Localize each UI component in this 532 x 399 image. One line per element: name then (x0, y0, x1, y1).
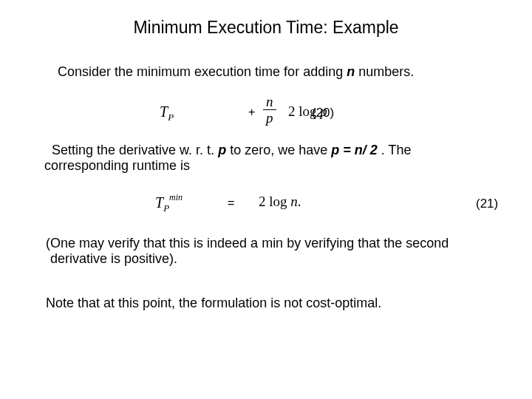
equation-20: TP + n p 2 log p (20) (148, 95, 384, 130)
var-n: n (347, 64, 355, 79)
sym-T: T (155, 194, 163, 211)
paragraph-4: Note that at this point, the formulation… (46, 296, 502, 311)
text: . The (378, 143, 412, 157)
plus-icon: + (248, 106, 255, 119)
frac-den: p (263, 110, 276, 125)
var-p: p (218, 143, 226, 157)
expr-p-eq-n2: p = n/ 2 (331, 143, 378, 157)
text: Consider the minimum execution time for … (58, 64, 347, 79)
var-n: n (290, 194, 298, 209)
paragraph-2-line1: Setting the derivative w. r. t. p to zer… (52, 142, 495, 159)
coef-2: 2 (288, 103, 299, 119)
period: . (298, 194, 301, 209)
eq20-ref: (20) (312, 106, 334, 120)
text: numbers. (355, 64, 414, 79)
paragraph-3-line2: derivative is positive). (50, 251, 177, 267)
eq21-rhs: 2 log n. (259, 194, 301, 210)
eq21-ref: (21) (476, 197, 498, 211)
coef-2: 2 (259, 194, 269, 209)
sym-min: min (169, 192, 183, 202)
eq20-fraction: n p (263, 95, 276, 125)
eq20-lhs: TP (160, 103, 174, 123)
eq21-lhs: TPmin (155, 194, 183, 214)
sym-P: P (163, 202, 169, 214)
paragraph-1: Consider the minimum execution time for … (58, 64, 502, 80)
slide: Minimum Execution Time: Example Consider… (0, 0, 532, 399)
log-word: log (269, 194, 290, 209)
equation-21: TPmin = 2 log n. (21) (148, 191, 502, 217)
sym-P: P (168, 112, 174, 123)
frac-num: n (263, 95, 276, 109)
sym-T: T (160, 103, 168, 120)
text: to zero, we have (226, 143, 331, 157)
text: Setting the derivative w. r. t. (52, 143, 218, 157)
paragraph-2-line2: corresponding runtime is (44, 158, 190, 174)
slide-title: Minimum Execution Time: Example (0, 18, 532, 38)
paragraph-3-line1: (One may verify that this is indeed a mi… (46, 235, 502, 252)
equals-icon: = (228, 197, 234, 210)
